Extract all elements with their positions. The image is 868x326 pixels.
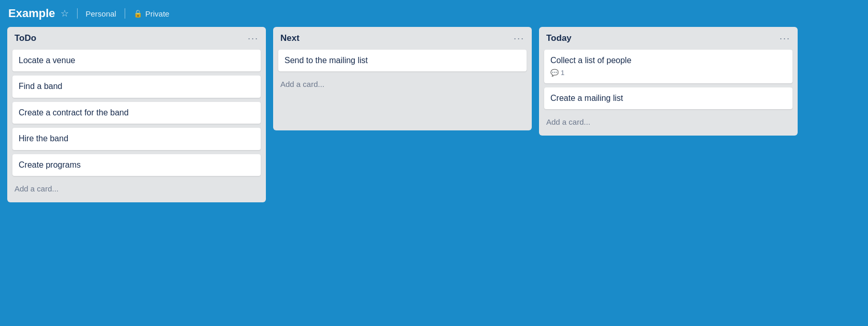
visibility-info: 🔒 Private: [133, 9, 170, 18]
list-today: Today···Collect a list of people💬1Create…: [539, 27, 798, 136]
divider-1: [77, 8, 78, 19]
list-menu-today[interactable]: ···: [780, 34, 790, 43]
list-title-todo: ToDo: [14, 33, 36, 43]
add-card-todo[interactable]: Add a card...: [12, 180, 261, 197]
card-find-band[interactable]: Find a band: [12, 76, 261, 97]
card-text-collect-people: Collect a list of people: [550, 56, 632, 65]
card-text-programs: Create programs: [19, 160, 81, 169]
list-header-todo: ToDo···: [12, 32, 261, 45]
board: ToDo···Locate a venueFind a bandCreate a…: [0, 27, 868, 210]
header: Example ☆ Personal 🔒 Private: [0, 0, 868, 27]
card-locate-venue[interactable]: Locate a venue: [12, 50, 261, 71]
card-contract[interactable]: Create a contract for the band: [12, 102, 261, 124]
list-header-today: Today···: [544, 32, 792, 45]
board-title: Example: [8, 7, 55, 20]
card-text-send-mailing: Send to the mailing list: [285, 56, 368, 65]
divider-2: [125, 8, 125, 19]
workspace-info: Personal: [86, 9, 116, 18]
add-card-today[interactable]: Add a card...: [544, 113, 792, 130]
card-send-mailing[interactable]: Send to the mailing list: [278, 50, 527, 71]
visibility-label: Private: [145, 9, 170, 18]
list-menu-next[interactable]: ···: [514, 34, 525, 43]
add-card-next[interactable]: Add a card...: [278, 76, 527, 93]
list-next: Next···Send to the mailing listAdd a car…: [273, 27, 532, 130]
list-title-next: Next: [280, 33, 300, 43]
card-hire-band[interactable]: Hire the band: [12, 128, 261, 150]
comment-icon: 💬: [550, 68, 559, 78]
card-text-contract: Create a contract for the band: [19, 108, 129, 117]
card-text-locate-venue: Locate a venue: [19, 56, 75, 65]
list-header-next: Next···: [278, 32, 527, 45]
workspace-label: Personal: [86, 9, 116, 18]
lock-icon: 🔒: [133, 9, 142, 18]
list-todo: ToDo···Locate a venueFind a bandCreate a…: [7, 27, 266, 202]
card-meta-collect-people: 💬1: [550, 68, 786, 78]
card-text-create-mailing: Create a mailing list: [550, 94, 623, 102]
card-text-hire-band: Hire the band: [19, 134, 68, 143]
card-collect-people[interactable]: Collect a list of people💬1: [544, 50, 792, 83]
card-create-mailing[interactable]: Create a mailing list: [544, 87, 792, 109]
card-text-find-band: Find a band: [19, 82, 63, 91]
list-title-today: Today: [546, 33, 572, 43]
list-menu-todo[interactable]: ···: [248, 34, 259, 43]
star-icon[interactable]: ☆: [61, 8, 69, 19]
comment-count: 1: [561, 68, 564, 78]
card-programs[interactable]: Create programs: [12, 154, 261, 176]
